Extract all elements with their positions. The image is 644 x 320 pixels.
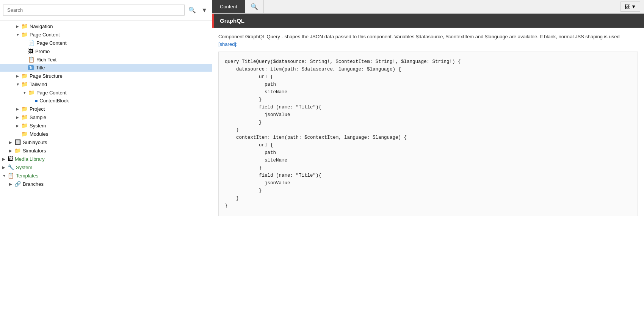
tree-item-promo[interactable]: 🖼Promo <box>0 47 212 55</box>
tree-label-sample: Sample <box>30 115 46 120</box>
top-bar-right: 🖼 ▼ <box>620 2 644 12</box>
tree-arrow-templates: ▼ <box>2 174 8 178</box>
search-input[interactable] <box>3 5 185 16</box>
tree-label-tailwind: Tailwind <box>30 82 47 87</box>
tab-group: Content 🔍 <box>212 0 264 13</box>
shared-link[interactable]: [shared]: <box>218 41 238 47</box>
tree-icon-page-content-parent: 📁 <box>21 31 28 38</box>
tree-item-sublayouts[interactable]: ▶🔲Sublayouts <box>0 138 212 146</box>
tree-icon-page-content-child: 📄 <box>28 40 34 46</box>
tree-icon-title: Tr <box>28 65 34 70</box>
tree-item-project[interactable]: ▶📁Project <box>0 105 212 113</box>
tree-label-content-block: ContentBlock <box>39 98 69 104</box>
tree-icon-sample: 📁 <box>21 114 28 120</box>
tree-icon-simulators: 📁 <box>14 147 21 154</box>
tree-label-title: Title <box>36 65 45 71</box>
tree-item-branches[interactable]: ▶🔗Branches <box>0 180 212 188</box>
tree-label-system-root: System <box>16 165 32 170</box>
tree-icon-system: 📁 <box>21 122 28 129</box>
tree-item-tailwind-page-content[interactable]: ▼📁Page Content <box>0 88 212 97</box>
tree-item-media-library[interactable]: ▶🖼Media Library <box>0 155 212 163</box>
tree-label-modules: Modules <box>30 131 48 137</box>
tree-icon-tailwind-page-content: 📁 <box>28 89 34 96</box>
description-main: Component GraphQL Query - shapes the JSO… <box>218 34 620 39</box>
tree-label-navigation: Navigation <box>30 24 53 29</box>
tree-icon-system-root: 🔧 <box>8 164 14 170</box>
description-text: Component GraphQL Query - shapes the JSO… <box>212 28 644 52</box>
left-panel: 🔍 ▼ ▶📁Navigation▼📁Page Content📄Page Cont… <box>0 0 212 320</box>
tree-icon-media-library: 🖼 <box>8 156 13 162</box>
tree-icon-project: 📁 <box>21 106 28 112</box>
icon-button-right[interactable]: 🖼 ▼ <box>620 2 640 12</box>
tree-label-page-structure: Page Structure <box>30 73 63 79</box>
tree-label-page-content-parent: Page Content <box>30 32 60 38</box>
tree-label-promo: Promo <box>35 49 50 54</box>
tree-item-system[interactable]: ▶📁System <box>0 121 212 130</box>
code-block: query TitleQuery($datasource: String!, $… <box>218 52 638 216</box>
tree-arrow-branches: ▶ <box>9 182 14 186</box>
tree-arrow-page-structure: ▶ <box>16 74 21 78</box>
tree-item-sample[interactable]: ▶📁Sample <box>0 113 212 121</box>
content-area: GraphQL Component GraphQL Query - shapes… <box>212 14 644 320</box>
tree-item-modules[interactable]: 📁Modules <box>0 130 212 138</box>
tree-item-page-content-child[interactable]: 📄Page Content <box>0 39 212 47</box>
tab-search-button[interactable]: 🔍 <box>245 0 264 13</box>
tree-item-page-content-parent[interactable]: ▼📁Page Content <box>0 30 212 39</box>
tree-label-sublayouts: Sublayouts <box>23 140 47 145</box>
tree-arrow-project: ▶ <box>16 107 21 111</box>
search-button[interactable]: 🔍 <box>187 5 197 15</box>
dropdown-button[interactable]: ▼ <box>200 5 209 15</box>
tree-item-system-root[interactable]: ▶🔧System <box>0 163 212 171</box>
tree-icon-navigation: 📁 <box>21 23 28 29</box>
tree-arrow-page-content-parent: ▼ <box>16 33 21 37</box>
tree-label-page-content-child: Page Content <box>36 40 67 46</box>
tree-icon-branches: 🔗 <box>14 181 21 187</box>
tree-label-system: System <box>30 123 46 129</box>
right-icon: 🖼 <box>625 4 630 9</box>
tree-item-navigation[interactable]: ▶📁Navigation <box>0 22 212 30</box>
tree-item-simulators[interactable]: ▶📁Simulators <box>0 146 212 155</box>
tree-label-templates: Templates <box>16 173 38 179</box>
tree-label-media-library: Media Library <box>15 156 45 162</box>
tree-icon-page-structure: 📁 <box>21 73 28 79</box>
tree-label-branches: Branches <box>23 181 44 187</box>
top-bar: Content 🔍 🖼 ▼ <box>212 0 644 14</box>
tree-arrow-sample: ▶ <box>16 115 21 119</box>
tree-icon-rich-text: 📋 <box>28 56 34 63</box>
tree-item-title[interactable]: TrTitle <box>0 64 212 72</box>
section-title: GraphQL <box>220 17 244 24</box>
right-panel: Content 🔍 🖼 ▼ GraphQL Component GraphQL … <box>212 0 644 320</box>
search-bar: 🔍 ▼ <box>0 0 212 20</box>
tree-icon-content-block: ■ <box>35 98 38 104</box>
tree-label-rich-text: Rich Text <box>36 57 56 63</box>
tree-arrow-navigation: ▶ <box>16 24 21 28</box>
tree-icon-templates: 📋 <box>8 173 14 179</box>
tree-label-project: Project <box>30 106 45 112</box>
tree-item-rich-text[interactable]: 📋Rich Text <box>0 55 212 64</box>
tree-item-content-block[interactable]: ■ContentBlock <box>0 97 212 105</box>
tree-icon-sublayouts: 🔲 <box>14 139 21 145</box>
tree-arrow-media-library: ▶ <box>2 157 8 161</box>
tree-arrow-simulators: ▶ <box>9 149 14 153</box>
tree-icon-promo: 🖼 <box>28 48 33 54</box>
tree-arrow-tailwind-page-content: ▼ <box>23 91 28 95</box>
tree-arrow-sublayouts: ▶ <box>9 140 14 144</box>
dropdown-arrow-right: ▼ <box>631 4 636 9</box>
tree-item-tailwind[interactable]: ▼📁Tailwind <box>0 80 212 88</box>
tree-arrow-tailwind: ▼ <box>16 82 21 86</box>
section-header: GraphQL <box>212 14 644 28</box>
tree-label-simulators: Simulators <box>23 148 46 154</box>
tree-item-templates[interactable]: ▼📋Templates <box>0 171 212 180</box>
tree-arrow-system-root: ▶ <box>2 165 8 169</box>
tree-container: ▶📁Navigation▼📁Page Content📄Page Content🖼… <box>0 20 212 320</box>
tree-label-tailwind-page-content: Page Content <box>36 90 67 96</box>
tree-item-page-structure[interactable]: ▶📁Page Structure <box>0 72 212 80</box>
tree-arrow-system: ▶ <box>16 124 21 128</box>
tree-icon-modules: 📁 <box>21 131 28 137</box>
tab-content[interactable]: Content <box>212 0 245 13</box>
tree-icon-tailwind: 📁 <box>21 81 28 87</box>
